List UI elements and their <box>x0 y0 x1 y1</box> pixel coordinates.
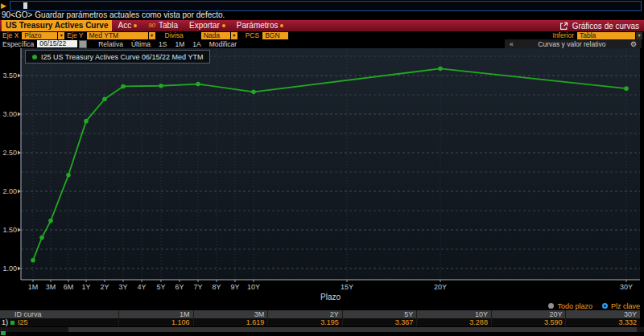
command-bar: ▶ <box>0 0 644 11</box>
dropdown-indicator-icon <box>134 24 137 27</box>
value-2y: 3.195 <box>268 318 343 326</box>
series-marker-icon <box>32 55 37 59</box>
range-1m-button[interactable]: 1M <box>175 40 184 48</box>
svg-text:6Y: 6Y <box>175 283 184 291</box>
menu-parametros-label: Parámetros <box>237 20 279 31</box>
especifica-label: Específica <box>2 40 34 48</box>
range-1s-button[interactable]: 1S <box>159 40 167 48</box>
modificar-button[interactable]: Modificar <box>209 40 237 48</box>
curve-values-table: ID curva 1M 3M 2Y 5Y 10Y 20Y 30Y 1) I25 … <box>0 310 640 326</box>
eje-y-label: Eje Y <box>67 31 83 39</box>
table-row[interactable]: 1) I25 1.106 1.619 3.195 3.367 3.288 3.5… <box>0 318 640 326</box>
divisa-label: Divisa <box>165 31 184 39</box>
date-input[interactable]: 06/15/22 <box>37 40 77 47</box>
col-header-10y: 10Y <box>417 310 492 318</box>
inferior-select[interactable]: Tabla <box>577 32 635 39</box>
svg-text:3.50: 3.50 <box>2 72 17 80</box>
pcs-value-box[interactable]: BGN <box>262 32 288 39</box>
radio-plz-clave-label: Plz clave <box>611 302 640 310</box>
menu-parametros[interactable]: Parámetros <box>231 20 290 31</box>
menu-tabla-label: Tabla <box>159 20 178 31</box>
legend-label: I25 US Treasury Actives Curve 06/15/22 M… <box>41 53 203 61</box>
dropdown-indicator-icon <box>280 24 283 27</box>
chevron-down-icon[interactable]: ▾ <box>231 32 237 39</box>
series-marker-icon <box>10 321 14 325</box>
svg-text:3.00: 3.00 <box>2 110 17 118</box>
radio-todo-plazo[interactable]: Todo plazo <box>548 302 592 310</box>
radio-plz-clave[interactable]: Plz clave <box>602 302 640 310</box>
chevron-down-icon[interactable]: ▾ <box>58 32 64 39</box>
col-header-3m: 3M <box>194 310 269 318</box>
x-axis-title: Plazo <box>21 293 640 301</box>
ultima-button[interactable]: Última <box>131 40 151 48</box>
inferior-label: Inferior <box>553 31 574 39</box>
svg-text:2Y: 2Y <box>100 283 109 291</box>
menu-tabla-shortcut: 90 <box>148 20 155 31</box>
menu-acc-label: Acc <box>118 20 131 31</box>
relativa-button[interactable]: Relativa <box>98 40 123 48</box>
col-header-1m: 1M <box>119 310 194 318</box>
tenor-filter-row: Todo plazo Plz clave <box>0 301 640 310</box>
value-30y: 3.332 <box>566 318 640 326</box>
chevron-down-icon[interactable]: ▾ <box>149 32 155 39</box>
col-header-2y: 2Y <box>268 310 343 318</box>
right-panel-header: « Curvas y valor relativo ⚙ <box>505 39 642 48</box>
radio-todo-plazo-label: Todo plazo <box>557 302 592 310</box>
menu-exportar[interactable]: Exportar <box>184 20 231 31</box>
eje-x-select[interactable]: Plazo <box>22 32 57 39</box>
chevron-down-icon[interactable]: ▾ <box>636 32 642 39</box>
curve-id: I25 <box>18 318 28 326</box>
text-cursor-icon <box>23 2 27 9</box>
svg-text:2.50: 2.50 <box>2 149 17 157</box>
eje-y-select[interactable]: Med YTM <box>87 32 148 39</box>
svg-text:7Y: 7Y <box>193 283 202 291</box>
svg-text:5Y: 5Y <box>156 283 165 291</box>
svg-text:2.00: 2.00 <box>2 187 17 195</box>
dropdown-indicator-icon <box>222 24 225 27</box>
range-1a-button[interactable]: 1A <box>192 40 200 48</box>
svg-text:4Y: 4Y <box>137 283 146 291</box>
svg-text:8Y: 8Y <box>212 283 221 291</box>
col-header-30y: 30Y <box>566 310 640 318</box>
gear-icon[interactable]: ⚙ <box>630 40 637 48</box>
col-header-5y: 5Y <box>343 310 418 318</box>
svg-text:1Y: 1Y <box>81 283 90 291</box>
menu-tabla[interactable]: 90 Tabla <box>142 20 184 31</box>
svg-text:9Y: 9Y <box>230 283 239 291</box>
calendar-icon[interactable] <box>79 40 87 48</box>
radio-icon <box>548 303 554 309</box>
col-header-id-curva: ID curva <box>0 310 119 318</box>
svg-text:1.50: 1.50 <box>2 226 17 234</box>
status-indicator-icon <box>1 331 6 335</box>
right-panel-title: Curvas y valor relativo <box>518 40 625 48</box>
axis-parameter-row: Eje X Plazo ▾ Eje Y Med YTM ▾ Divisa Nad… <box>0 31 644 39</box>
svg-text:20Y: 20Y <box>434 283 447 291</box>
menu-acc[interactable]: Acc <box>112 20 142 31</box>
curve-charts-button[interactable]: Gráficos de curvas <box>555 22 644 31</box>
divisa-select[interactable]: Nada <box>201 32 230 39</box>
value-5y: 3.367 <box>343 318 418 326</box>
col-header-20y: 20Y <box>492 310 567 318</box>
bloomberg-terminal-window: ▶ 90<GO> Guardar parámetros actuales com… <box>0 0 644 336</box>
scrollbar-thumb[interactable] <box>68 327 637 332</box>
value-10y: 3.288 <box>417 318 492 326</box>
chart-plot-area <box>21 48 640 280</box>
tab-us-treasury-actives-curve[interactable]: US Treasury Actives Curve <box>2 20 112 31</box>
eje-x-label: Eje X <box>2 31 19 39</box>
menu-exportar-label: Exportar <box>189 20 220 31</box>
row-number: 1) <box>2 318 8 326</box>
curve-id-cell: 1) I25 <box>0 318 119 326</box>
svg-text:3M: 3M <box>46 283 56 291</box>
svg-text:10Y: 10Y <box>247 283 260 291</box>
svg-text:1M: 1M <box>28 283 39 291</box>
status-hint: 90<GO> Guardar parámetros actuales como … <box>2 11 642 19</box>
svg-text:30Y: 30Y <box>620 283 633 291</box>
open-chart-icon <box>559 22 568 31</box>
collapse-panel-icon[interactable]: « <box>510 40 514 48</box>
svg-text:1.00: 1.00 <box>2 264 17 272</box>
svg-text:6M: 6M <box>64 283 74 291</box>
value-1m: 1.106 <box>119 318 194 326</box>
chart-legend[interactable]: I25 US Treasury Actives Curve 06/15/22 M… <box>25 50 210 64</box>
horizontal-scrollbar[interactable] <box>0 327 644 332</box>
svg-text:15Y: 15Y <box>341 283 353 291</box>
